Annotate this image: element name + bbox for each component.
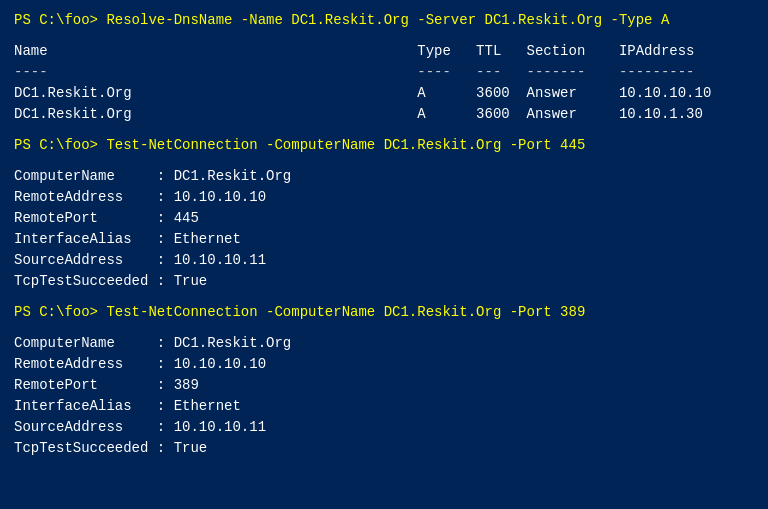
output-line: RemoteAddress : 10.10.10.10 xyxy=(14,354,754,375)
blank-line xyxy=(14,292,754,302)
blank-line xyxy=(14,156,754,166)
output-line: SourceAddress : 10.10.10.11 xyxy=(14,250,754,271)
output-line: TcpTestSucceeded : True xyxy=(14,271,754,292)
separator-line: ---- ---- --- ------- --------- xyxy=(14,62,754,83)
output-line: DC1.Reskit.Org A 3600 Answer 10.10.1.30 xyxy=(14,104,754,125)
terminal-window: PS C:\foo> Resolve-DnsName -Name DC1.Res… xyxy=(0,0,768,509)
output-line: RemotePort : 445 xyxy=(14,208,754,229)
command-line: PS C:\foo> Test-NetConnection -ComputerN… xyxy=(14,135,754,156)
blank-line xyxy=(14,125,754,135)
output-line: TcpTestSucceeded : True xyxy=(14,438,754,459)
blank-line xyxy=(14,323,754,333)
output-line: InterfaceAlias : Ethernet xyxy=(14,396,754,417)
output-line: DC1.Reskit.Org A 3600 Answer 10.10.10.10 xyxy=(14,83,754,104)
command-line: PS C:\foo> Resolve-DnsName -Name DC1.Res… xyxy=(14,10,754,31)
terminal-content: PS C:\foo> Resolve-DnsName -Name DC1.Res… xyxy=(14,10,754,459)
blank-line xyxy=(14,31,754,41)
output-line: SourceAddress : 10.10.10.11 xyxy=(14,417,754,438)
output-line: InterfaceAlias : Ethernet xyxy=(14,229,754,250)
output-line: ComputerName : DC1.Reskit.Org xyxy=(14,333,754,354)
output-line: RemotePort : 389 xyxy=(14,375,754,396)
command-line: PS C:\foo> Test-NetConnection -ComputerN… xyxy=(14,302,754,323)
table-header-line: Name Type TTL Section IPAddress xyxy=(14,41,754,62)
output-line: ComputerName : DC1.Reskit.Org xyxy=(14,166,754,187)
output-line: RemoteAddress : 10.10.10.10 xyxy=(14,187,754,208)
